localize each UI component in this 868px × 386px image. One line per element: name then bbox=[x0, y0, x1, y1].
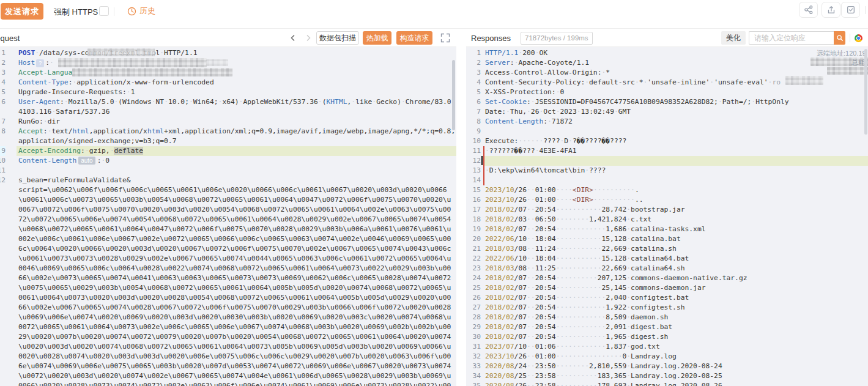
response-title: Responses bbox=[471, 34, 511, 43]
code-line: 192018/02/07··20:54············1,686·cat… bbox=[466, 225, 868, 234]
code-line: 282018/02/07··20:54············8,509·dae… bbox=[466, 313, 868, 322]
code-line: 4103.116·Safari/537.36 bbox=[0, 107, 456, 117]
code-line: 152023/10/26··01:00····<DIR>··········. bbox=[466, 185, 868, 195]
code-line: 7RunGo:·dir bbox=[0, 117, 456, 127]
code-line: application/signed-exchange;v=b3;q=0.7 bbox=[0, 136, 456, 146]
packet-scan-button[interactable]: 数据包扫描 bbox=[316, 31, 359, 45]
code-line: 7Date:·Thu,·26·Oct·2023·13:02:49·GMT bbox=[466, 107, 868, 117]
code-line: 12s_bean=ruleFormulaValidate& bbox=[0, 176, 456, 185]
search-input[interactable] bbox=[749, 31, 834, 45]
remote-address-label: 远端地址:120.19 bbox=[817, 49, 866, 58]
request-title: Request bbox=[0, 34, 20, 43]
request-panel: Request 数据包扫描 热加载 构造请求 1POST·/data/sys-c… bbox=[0, 29, 456, 386]
beautify-button[interactable]: 美化 bbox=[721, 31, 746, 45]
code-line: 302018/02/07··20:54············1,965·dig… bbox=[466, 332, 868, 342]
code-line: 12 bbox=[466, 156, 868, 166]
construct-request-button[interactable]: 构造请求 bbox=[396, 31, 432, 45]
clock-icon bbox=[127, 7, 136, 16]
request-body-script: script=\u0062\u006f\u006f\u006c\u0065\u0… bbox=[18, 185, 453, 386]
code-line: 13·D:\ekp\win64\tomcat\bin·???? bbox=[466, 166, 868, 176]
code-line: 8Content-Length:·71872 bbox=[466, 117, 868, 127]
code-line: 352020/08/26··23:58··········178,693·Lan… bbox=[466, 381, 868, 386]
code-line: 10Execute:······????·D·?��????��???? bbox=[466, 136, 868, 146]
code-line: 1POST·/data/sys-common/treexml.tmpl·HTTP… bbox=[0, 48, 456, 58]
code-line: 212018/03/08··11:24···········22,669·cat… bbox=[466, 244, 868, 254]
code-line: 5Upgrade-Insecure-Requests:·1 bbox=[0, 87, 456, 97]
code-line: 1HTTP/1.1·200·OK bbox=[466, 48, 868, 58]
response-scrollbar[interactable] bbox=[864, 49, 867, 135]
response-panel: Responses 71872bytes / 199ms 美化 1HTTP/1.… bbox=[466, 29, 868, 386]
code-line: 312023/07/10··01:06············1,837·god… bbox=[466, 342, 868, 352]
header-divider bbox=[850, 34, 850, 42]
expand-icon[interactable] bbox=[439, 32, 451, 44]
nav-forward-chevron[interactable] bbox=[304, 34, 313, 42]
force-https-checkbox[interactable] bbox=[99, 6, 109, 16]
modified-lines-marker bbox=[483, 146, 484, 185]
search-button[interactable] bbox=[834, 31, 845, 45]
code-line: 6User-Agent:·Mozilla/5.0·(Windows·NT·10.… bbox=[0, 97, 456, 107]
redaction-mosaic-csp bbox=[785, 76, 823, 85]
code-line: 11·??????��???·4E3E-4FA1 bbox=[466, 146, 868, 156]
history-button[interactable]: 历史 bbox=[127, 6, 155, 17]
code-line: 342020/08/25··23:58··········183,365·Lan… bbox=[466, 371, 868, 381]
nav-back-chevron[interactable] bbox=[289, 34, 297, 42]
code-line: 9Accept-Encoding:·gzip,·deflate bbox=[0, 146, 456, 156]
redaction-mosaic-host bbox=[58, 58, 207, 67]
code-line: 222022/06/10··18:04···········15,128·cat… bbox=[466, 254, 868, 264]
request-scrollbar[interactable] bbox=[452, 60, 455, 130]
toolbar: 发送请求 强制 HTTPS 历史 bbox=[0, 0, 868, 29]
code-line: 172018/02/07··20:54···········28,742·boo… bbox=[466, 205, 868, 215]
redacted-fragment-label: 总耗 bbox=[851, 58, 865, 67]
code-line: 5X-XSS-Protection:·0 bbox=[466, 87, 868, 97]
toolbar-divider bbox=[114, 7, 114, 16]
response-editor[interactable]: 1HTTP/1.1·200·OK2Server:·Apache-Coyote/1… bbox=[466, 47, 868, 386]
code-line: 11 bbox=[0, 166, 456, 176]
share-button[interactable] bbox=[799, 2, 818, 18]
send-request-button[interactable]: 发送请求 bbox=[1, 3, 43, 20]
response-panel-header: Responses 71872bytes / 199ms 美化 bbox=[466, 29, 868, 47]
code-line: 292018/02/07··20:54············2,091·dig… bbox=[466, 322, 868, 332]
code-line: 4Content-Type:·application/x-www-form-ur… bbox=[0, 78, 456, 87]
code-line: 232018/03/08··11:25···········22,669·cat… bbox=[466, 264, 868, 273]
search-box bbox=[749, 31, 845, 45]
response-stats-badge: 71872bytes / 199ms bbox=[521, 32, 593, 45]
request-panel-header: Request 数据包扫描 热加载 构造请求 bbox=[0, 29, 456, 47]
request-editor[interactable]: 1POST·/data/sys-common/treexml.tmpl·HTTP… bbox=[0, 47, 456, 386]
code-line: 202022/06/10··18:04···········15,128·cat… bbox=[466, 234, 868, 244]
redaction-mosaic-language bbox=[72, 68, 232, 76]
code-line: 322023/10/26··01:00················0·Lan… bbox=[466, 352, 868, 362]
code-line: 14 bbox=[466, 176, 868, 185]
code-line: 2Server:·Apache-Coyote/1.1 bbox=[466, 58, 868, 68]
redaction-mosaic-resp-2 bbox=[827, 67, 868, 75]
tasks-button[interactable] bbox=[841, 2, 860, 18]
code-line: 6Set-Cookie:·JSESSIONID=DF04567C47756A10… bbox=[466, 97, 868, 107]
code-line: 162023/10/26··01:00····<DIR>··········.. bbox=[466, 195, 868, 205]
history-label: 历史 bbox=[139, 6, 155, 17]
redaction-mosaic-host-tail bbox=[206, 59, 228, 66]
code-line: 272018/02/07··20:54············1,922·con… bbox=[466, 303, 868, 313]
force-https-label: 强制 HTTPS bbox=[54, 7, 98, 18]
share-icon bbox=[804, 5, 814, 15]
redaction-mosaic-url bbox=[87, 48, 155, 56]
code-line: 252018/02/07··20:54···········25,145·com… bbox=[466, 283, 868, 293]
toolbar-divider-2 bbox=[865, 6, 866, 14]
code-line: 8Accept:·text/html,application/xhtml+xml… bbox=[0, 127, 456, 136]
code-line: 242018/02/07··20:54··········207,125·com… bbox=[466, 273, 868, 283]
code-line: 332020/08/24··23:50········2,810,559·Lan… bbox=[466, 362, 868, 371]
chrome-icon[interactable] bbox=[855, 34, 862, 42]
code-line: 9 bbox=[466, 127, 868, 136]
hot-reload-button[interactable]: 热加载 bbox=[363, 31, 391, 45]
check-square-icon bbox=[846, 5, 856, 15]
export-icon bbox=[826, 5, 836, 15]
code-line: 182018/02/03··06:50········1,421,824·c.t… bbox=[466, 215, 868, 225]
code-line: 262018/02/07··20:54············2,040·con… bbox=[466, 293, 868, 303]
code-line: 10Content-Lengthauto:·0 bbox=[0, 156, 456, 166]
export-button[interactable] bbox=[822, 2, 840, 18]
